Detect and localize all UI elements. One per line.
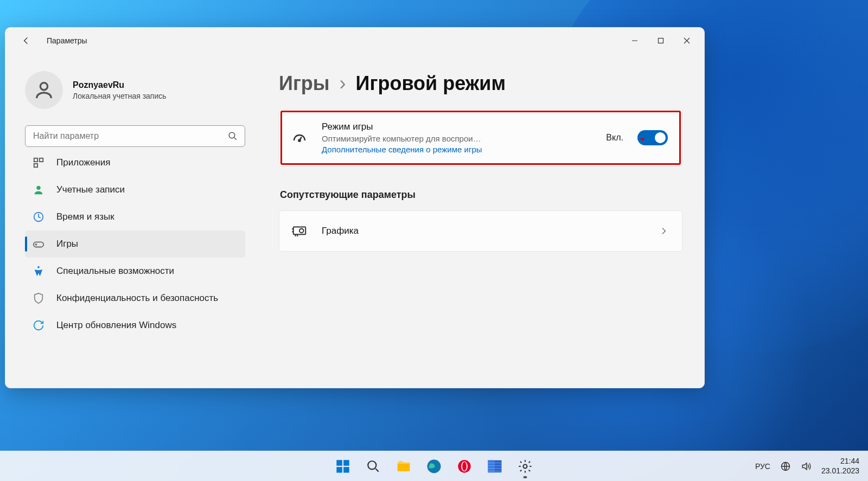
titlebar: Параметры bbox=[5, 28, 704, 54]
start-button[interactable] bbox=[330, 453, 356, 479]
svg-rect-16 bbox=[343, 467, 349, 473]
taskbar-app[interactable] bbox=[482, 453, 508, 479]
sidebar-item-gaming[interactable]: Игры bbox=[25, 230, 245, 258]
sidebar-item-windows-update[interactable]: Центр обновления Windows bbox=[25, 312, 245, 339]
svg-point-6 bbox=[36, 186, 40, 190]
clock-time: 21:44 bbox=[821, 457, 859, 466]
taskbar: РУС 21:44 23.01.2023 bbox=[0, 451, 868, 481]
sidebar-item-label: Приложения bbox=[56, 157, 110, 168]
svg-point-22 bbox=[462, 461, 467, 470]
time-lang-icon bbox=[33, 211, 44, 223]
sidebar-item-privacy[interactable]: Конфиденциальность и безопасность bbox=[25, 285, 245, 312]
svg-rect-4 bbox=[40, 158, 43, 162]
search-icon bbox=[228, 131, 238, 141]
back-button[interactable] bbox=[16, 31, 36, 50]
svg-rect-0 bbox=[659, 39, 663, 43]
settings-window: Параметры PoznyaevRu Локальная учетная з… bbox=[5, 27, 705, 388]
profile-subtitle: Локальная учетная запись bbox=[73, 92, 167, 100]
sidebar-item-label: Учетные записи bbox=[56, 184, 125, 195]
graphics-card[interactable]: Графика bbox=[279, 210, 682, 252]
svg-rect-8 bbox=[34, 242, 43, 247]
sidebar: PoznyaevRu Локальная учетная запись Прил… bbox=[5, 54, 255, 388]
taskbar-opera[interactable] bbox=[451, 453, 477, 479]
svg-point-9 bbox=[37, 266, 40, 268]
sidebar-item-label: Центр обновления Windows bbox=[56, 320, 176, 331]
learn-more-link[interactable]: Дополнительные сведения о режиме игры bbox=[322, 145, 533, 154]
annotation-arrow-icon: ➔ bbox=[640, 136, 644, 143]
game-mode-card: Режим игры Оптимизируйте компьютер для в… bbox=[279, 109, 682, 166]
card-title: Графика bbox=[322, 226, 645, 236]
sidebar-nav: Приложения Учетные записи Время и язык И… bbox=[25, 155, 245, 339]
svg-point-17 bbox=[368, 461, 376, 469]
profile-block[interactable]: PoznyaevRu Локальная учетная запись bbox=[25, 54, 245, 125]
svg-rect-15 bbox=[336, 467, 342, 473]
minimize-button[interactable] bbox=[622, 30, 648, 52]
sidebar-item-label: Время и язык bbox=[56, 211, 114, 222]
sidebar-item-accounts[interactable]: Учетные записи bbox=[25, 176, 245, 203]
volume-icon[interactable] bbox=[801, 461, 812, 472]
gauge-icon bbox=[291, 130, 308, 146]
svg-rect-3 bbox=[34, 158, 37, 162]
sidebar-item-apps[interactable]: Приложения bbox=[25, 155, 245, 176]
toggle-state-label: Вкл. bbox=[606, 133, 623, 143]
search-input[interactable] bbox=[25, 125, 245, 147]
sidebar-item-label: Конфиденциальность и безопасность bbox=[56, 293, 218, 304]
clock[interactable]: 21:44 23.01.2023 bbox=[821, 457, 859, 476]
svg-point-12 bbox=[299, 229, 304, 233]
accessibility-icon bbox=[33, 265, 44, 277]
svg-point-2 bbox=[229, 132, 235, 138]
content-pane: Игры › Игровой режим Режим игры Оптимизи… bbox=[255, 54, 704, 388]
search-wrap bbox=[25, 125, 245, 147]
language-indicator[interactable]: РУС bbox=[755, 462, 770, 471]
svg-rect-24 bbox=[488, 460, 495, 472]
chevron-right-icon: › bbox=[340, 72, 346, 95]
sidebar-item-accessibility[interactable]: Специальные возможности bbox=[25, 258, 245, 285]
card-subtitle: Оптимизируйте компьютер для воспрои… bbox=[322, 134, 533, 143]
related-settings-heading: Сопутствующие параметры bbox=[280, 189, 682, 201]
system-tray: РУС 21:44 23.01.2023 bbox=[755, 457, 868, 476]
breadcrumb-parent[interactable]: Игры bbox=[279, 72, 330, 95]
close-button[interactable] bbox=[674, 30, 700, 52]
window-title: Параметры bbox=[47, 36, 87, 45]
taskbar-file-explorer[interactable] bbox=[391, 453, 417, 479]
apps-icon bbox=[33, 157, 44, 169]
svg-rect-18 bbox=[398, 464, 410, 471]
breadcrumb-current: Игровой режим bbox=[356, 72, 506, 95]
taskbar-search-button[interactable] bbox=[360, 453, 386, 479]
privacy-icon bbox=[33, 292, 44, 304]
profile-name: PoznyaevRu bbox=[73, 80, 167, 90]
gpu-icon bbox=[291, 223, 308, 239]
avatar bbox=[25, 71, 63, 109]
svg-point-1 bbox=[40, 83, 47, 90]
chevron-right-icon bbox=[659, 227, 668, 235]
network-icon[interactable] bbox=[780, 461, 791, 472]
sidebar-item-label: Игры bbox=[56, 239, 78, 249]
clock-date: 23.01.2023 bbox=[821, 466, 859, 476]
accounts-icon bbox=[33, 184, 44, 196]
sidebar-item-time-language[interactable]: Время и язык bbox=[25, 203, 245, 230]
svg-point-10 bbox=[298, 139, 300, 141]
game-mode-toggle[interactable]: ➔ bbox=[637, 130, 668, 145]
svg-rect-5 bbox=[34, 164, 37, 167]
sidebar-item-label: Специальные возможности bbox=[56, 266, 174, 277]
taskbar-settings[interactable] bbox=[512, 453, 538, 479]
svg-point-25 bbox=[524, 464, 527, 468]
gaming-icon bbox=[33, 238, 44, 250]
update-icon bbox=[33, 319, 44, 331]
maximize-button[interactable] bbox=[648, 30, 674, 52]
breadcrumb: Игры › Игровой режим bbox=[279, 72, 682, 95]
svg-rect-14 bbox=[343, 460, 349, 466]
svg-rect-13 bbox=[336, 460, 342, 466]
taskbar-edge[interactable] bbox=[421, 453, 447, 479]
card-title: Режим игры bbox=[322, 121, 592, 132]
